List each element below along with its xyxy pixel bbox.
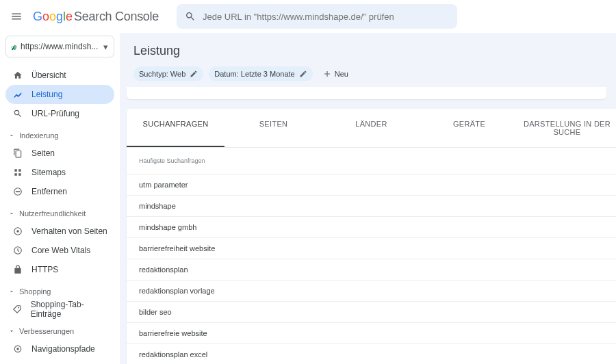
- tab-seiten[interactable]: SEITEN: [224, 109, 322, 147]
- sidebar-item-verhalten-von-seiten[interactable]: Verhalten von Seiten: [5, 222, 114, 241]
- nav-label: Sitemaps: [31, 168, 66, 177]
- nav-icon: [12, 226, 23, 236]
- search-icon: [185, 11, 196, 22]
- table-row[interactable]: utm parameter: [127, 174, 616, 196]
- property-selector[interactable]: ⸙ https://www.mindsh... ▾: [5, 36, 114, 57]
- nav-icon: [12, 265, 23, 274]
- filter-chip-daterange[interactable]: Datum: Letzte 3 Monate: [209, 66, 312, 81]
- sidebar-item-leistung[interactable]: Leistung: [5, 85, 114, 104]
- table-row[interactable]: redaktionsplan vorlage: [127, 281, 616, 302]
- sidebar-group-shopping[interactable]: Shopping: [5, 283, 114, 300]
- chevron-down-icon: [8, 132, 15, 139]
- sidebar-item-entfernen[interactable]: Entfernen: [5, 182, 114, 201]
- edit-icon: [299, 70, 307, 78]
- sidebar-item-https[interactable]: HTTPS: [5, 260, 114, 279]
- chevron-down-icon: [8, 288, 15, 295]
- table-row[interactable]: redaktionsplan: [127, 259, 616, 281]
- nav-label: URL-Prüfung: [31, 109, 79, 118]
- sidebar-item-seiten[interactable]: Seiten: [5, 144, 114, 163]
- url-inspect-search[interactable]: [177, 4, 457, 29]
- table-row[interactable]: mindshape gmbh: [127, 217, 616, 238]
- chevron-down-icon: [8, 328, 15, 335]
- product-name: Search Console: [74, 10, 159, 24]
- main-content: Leistung Suchtyp: Web Datum: Letzte 3 Mo…: [120, 33, 616, 364]
- table-row[interactable]: barrierefreiheit website: [127, 238, 616, 259]
- group-title: Indexierung: [19, 131, 59, 140]
- table-row[interactable]: mindshape: [127, 196, 616, 217]
- property-url: https://www.mindsh...: [21, 42, 99, 51]
- sidebar-item-navigationspfade[interactable]: Navigationspfade: [5, 339, 114, 359]
- tab-ger-te[interactable]: GERÄTE: [420, 109, 518, 147]
- nav-icon: [12, 90, 23, 99]
- enh-icon: [13, 344, 23, 354]
- home-icon: [13, 70, 23, 80]
- pages-icon: [13, 148, 23, 158]
- nav-label: HTTPS: [31, 265, 58, 274]
- nav-icon: [12, 168, 23, 177]
- chip-label: Datum: Letzte 3 Monate: [214, 70, 294, 78]
- nav-icon: [12, 304, 23, 314]
- sitemap-icon: [13, 168, 23, 177]
- table-header: Häufigste Suchanfragen: [127, 148, 616, 174]
- nav-icon: [12, 344, 23, 354]
- tab-suchanfragen[interactable]: SUCHANFRAGEN: [127, 109, 224, 147]
- nav-icon: [12, 246, 23, 255]
- nav-label: Shopping-Tab-Einträge: [31, 300, 107, 319]
- plus-icon: [322, 69, 332, 79]
- google-logo: Google Search Console: [33, 10, 159, 24]
- sidebar-item-url-pr-fung[interactable]: URL-Prüfung: [5, 104, 114, 123]
- group-title: Shopping: [19, 287, 51, 296]
- filter-chip-searchtype[interactable]: Suchtyp: Web: [133, 66, 203, 81]
- chart-placeholder: [127, 87, 606, 99]
- lock-icon: [13, 265, 23, 274]
- nav-label: Leistung: [31, 90, 62, 99]
- nav-icon: [12, 187, 23, 196]
- chevron-down-icon: ▾: [103, 42, 108, 52]
- nav-label: Navigationspfade: [31, 344, 95, 354]
- property-favicon-icon: ⸙: [12, 41, 16, 52]
- add-label: Neu: [335, 70, 348, 78]
- behavior-icon: [13, 226, 23, 236]
- menu-icon: [10, 10, 23, 23]
- nav-label: Entfernen: [31, 187, 67, 196]
- nav-icon: [12, 109, 23, 118]
- table-row[interactable]: redaktionsplan excel: [127, 344, 616, 364]
- nav-label: Core Web Vitals: [31, 246, 90, 255]
- sidebar-group-nutzerfreundlichkeit[interactable]: Nutzerfreundlichkeit: [5, 205, 114, 222]
- sidebar-group-indexierung[interactable]: Indexierung: [5, 127, 114, 144]
- tab-l-nder[interactable]: LÄNDER: [322, 109, 420, 147]
- data-table-card: SUCHANFRAGENSEITENLÄNDERGERÄTEDARSTELLUN…: [127, 109, 616, 364]
- page-title: Leistung: [120, 33, 616, 66]
- group-title: Verbesserungen: [19, 327, 74, 335]
- add-filter-button[interactable]: Neu: [322, 69, 348, 79]
- sidebar-item--bersicht[interactable]: Übersicht: [5, 66, 114, 85]
- svg-point-6: [16, 348, 19, 350]
- url-input[interactable]: [203, 12, 449, 22]
- nav-label: Übersicht: [31, 70, 66, 80]
- svg-point-2: [16, 230, 19, 233]
- chevron-down-icon: [8, 210, 15, 217]
- sidebar-group-verbesserungen[interactable]: Verbesserungen: [5, 323, 114, 339]
- tab-darstellung-in-der-suche[interactable]: DARSTELLUNG IN DER SUCHE: [518, 109, 616, 147]
- table-row[interactable]: barrierefreie website: [127, 323, 616, 344]
- nav-icon: [12, 70, 23, 80]
- tag-icon: [12, 304, 22, 314]
- vitals-icon: [13, 246, 23, 255]
- nav-label: Seiten: [31, 148, 55, 158]
- remove-icon: [13, 187, 23, 196]
- chip-label: Suchtyp: Web: [139, 70, 185, 78]
- edit-icon: [190, 70, 198, 78]
- group-title: Nutzerfreundlichkeit: [19, 209, 86, 218]
- hamburger-menu[interactable]: [8, 8, 25, 25]
- sidebar-item-sitemaps[interactable]: Sitemaps: [5, 163, 114, 182]
- sidebar-item-shopping-tab-eintr-ge[interactable]: Shopping-Tab-Einträge: [5, 300, 114, 319]
- svg-point-4: [18, 307, 20, 309]
- sidebar-item-core-web-vitals[interactable]: Core Web Vitals: [5, 241, 114, 260]
- nav-label: Verhalten von Seiten: [31, 226, 107, 236]
- chart-icon: [13, 90, 23, 99]
- nav-icon: [12, 148, 23, 158]
- magnify-icon: [13, 109, 23, 118]
- sidebar-item-ereignisse[interactable]: Ereignisse: [5, 359, 114, 364]
- table-row[interactable]: bilder seo: [127, 302, 616, 323]
- sidebar: ⸙ https://www.mindsh... ▾ ÜbersichtLeist…: [0, 33, 120, 364]
